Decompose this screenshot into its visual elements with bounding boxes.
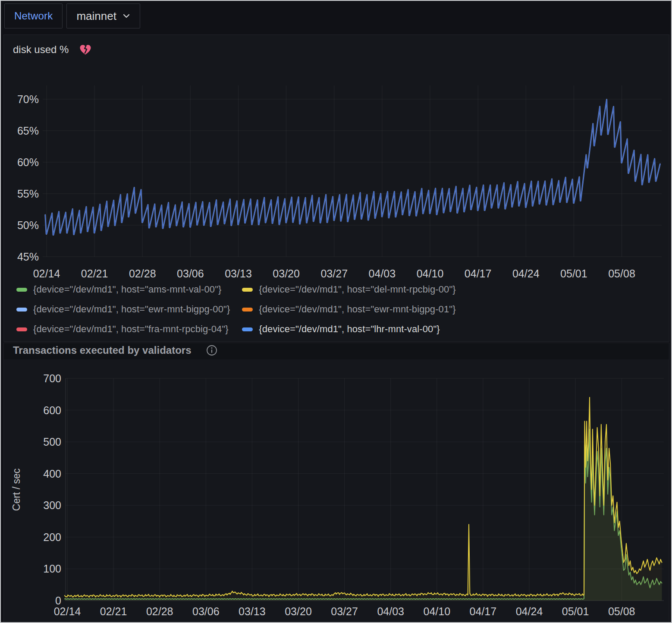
legend-series-label: {device="/dev/md1", host="fra-mnt-rpcbig… bbox=[33, 324, 229, 335]
legend-item[interactable]: {device="/dev/md1", host="lhr-mnt-val-00… bbox=[242, 324, 455, 335]
legend-series-marker bbox=[242, 308, 253, 312]
legend-series-marker bbox=[242, 327, 253, 331]
legend-item[interactable]: {device="/dev/md1", host="ewr-mnt-bigpg-… bbox=[16, 304, 230, 315]
legend-series-label: {device="/dev/md1", host="del-mnt-rpcbig… bbox=[259, 284, 455, 295]
legend-series-marker bbox=[242, 288, 253, 292]
broken-heart-icon bbox=[79, 43, 92, 56]
variable-label-box: Network bbox=[4, 3, 63, 28]
grafana-dashboard: Network mainnet 45%50%55%60%65%70%02/140… bbox=[0, 0, 672, 623]
legend-item[interactable]: {device="/dev/md1", host="fra-mnt-rpcbig… bbox=[16, 324, 230, 335]
legend-series-marker bbox=[16, 327, 27, 331]
legend-series-marker bbox=[16, 308, 27, 312]
variable-value: mainnet bbox=[76, 9, 116, 23]
transactions-panel-title-row: Transactions executed by validators bbox=[13, 344, 217, 356]
legend-series-label: {device="/dev/md1", host="ewr-mnt-bigpg-… bbox=[259, 304, 455, 315]
info-icon[interactable] bbox=[206, 345, 217, 356]
variable-label: Network bbox=[14, 10, 53, 22]
panel-title-disk-used[interactable]: disk used % bbox=[13, 44, 69, 56]
legend-series-marker bbox=[16, 288, 27, 292]
network-variable-dropdown[interactable]: mainnet bbox=[66, 3, 140, 28]
legend-series-label: {device="/dev/md1", host="lhr-mnt-val-00… bbox=[259, 324, 440, 335]
legend-series-label: {device="/dev/md1", host="ewr-mnt-bigpg-… bbox=[33, 304, 230, 315]
chevron-down-icon bbox=[122, 13, 130, 19]
legend-series-label: {device="/dev/md1", host="ams-mnt-val-00… bbox=[33, 284, 222, 295]
disk-used-panel-title-row: disk used % bbox=[13, 43, 92, 56]
transactions-panel bbox=[3, 343, 669, 622]
legend: {device="/dev/md1", host="ams-mnt-val-00… bbox=[16, 284, 456, 335]
variable-bar: Network mainnet bbox=[4, 3, 140, 28]
panel-title-transactions[interactable]: Transactions executed by validators bbox=[13, 344, 192, 356]
legend-item[interactable]: {device="/dev/md1", host="ams-mnt-val-00… bbox=[16, 284, 230, 295]
legend-item[interactable]: {device="/dev/md1", host="ewr-mnt-bigpg-… bbox=[242, 304, 455, 315]
legend-item[interactable]: {device="/dev/md1", host="del-mnt-rpcbig… bbox=[242, 284, 455, 295]
